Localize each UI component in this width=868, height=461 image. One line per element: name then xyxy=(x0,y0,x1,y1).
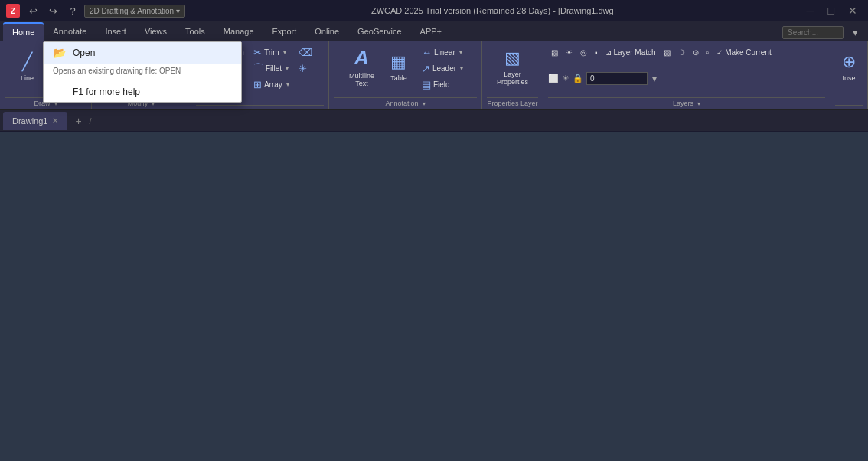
leader-icon: ↗ xyxy=(422,63,430,74)
explode-button[interactable]: ✳ xyxy=(295,60,315,76)
modify-col-3: ⌫ ✳ xyxy=(295,44,315,76)
trim-button[interactable]: ✂ Trim ▾ xyxy=(250,44,292,60)
layer-btn-icon-1: ▧ xyxy=(551,48,558,57)
layer-properties-button[interactable]: ▧ LayerProperties xyxy=(492,44,533,89)
layer-btn-icon-4: ▪ xyxy=(595,48,598,57)
trim-label: Trim xyxy=(264,48,279,57)
fillet-button[interactable]: ⌒ Fillet ▾ xyxy=(250,60,292,76)
layers-label-text: Layers xyxy=(673,100,693,107)
ribbon-group-annotation: A MultilineText ▦ Table ↔ Linear ▾ ↗ Lea… xyxy=(329,41,482,109)
layer-match-button[interactable]: ⊿ Layer Match xyxy=(602,44,659,60)
minimize-button[interactable]: ─ xyxy=(802,3,819,18)
layer-icon-3[interactable]: ◎ xyxy=(577,44,590,60)
array-button[interactable]: ⊞ Array ▾ xyxy=(250,77,292,92)
insert-button[interactable]: ⊕ Inse xyxy=(832,44,866,89)
layer-icon-4[interactable]: ▪ xyxy=(592,44,601,60)
workspace-label: 2D Drafting & Annotation xyxy=(90,7,174,15)
annotation-group-label: Annotation ▾ xyxy=(334,97,477,109)
ribbon-minimize-button[interactable]: ▾ xyxy=(847,24,863,41)
multiline-text-icon: A xyxy=(354,46,369,70)
line-button[interactable]: ╱ Line xyxy=(11,44,44,89)
layer-sun-icon: ☀ xyxy=(562,74,569,83)
undo-button[interactable]: ↩ xyxy=(24,2,41,19)
tab-export[interactable]: Export xyxy=(263,22,306,41)
new-tab-button[interactable]: + xyxy=(70,113,86,129)
annotation-dropdown-arrow[interactable]: ▾ xyxy=(423,100,426,107)
leader-arrow: ▾ xyxy=(460,65,463,72)
make-current-button[interactable]: ✓ Make Current xyxy=(713,44,775,60)
quick-access-toolbar: ↩ ↪ ? 2D Drafting & Annotation ▾ xyxy=(24,2,185,19)
workspace-selector[interactable]: 2D Drafting & Annotation ▾ xyxy=(84,5,185,18)
multiline-text-button[interactable]: A MultilineText xyxy=(344,44,379,89)
array-arrow: ▾ xyxy=(286,81,289,88)
layer-icon-6[interactable]: ☽ xyxy=(675,44,688,60)
linear-arrow: ▾ xyxy=(459,49,462,56)
layers-dropdown-arrow[interactable]: ▾ xyxy=(697,100,700,107)
ribbon-group-insert: ⊕ Inse xyxy=(830,41,868,109)
layers-group-label: Layers ▾ xyxy=(548,97,825,109)
layer-btn-icon-2: ☀ xyxy=(566,48,573,57)
layer-selector-row: ⬜ ☀ 🔒 ▾ xyxy=(548,72,657,85)
ribbon-search-area: ▾ xyxy=(782,24,868,41)
layer-btn-icon-3: ◎ xyxy=(580,48,587,57)
layers-icons-row2: ▧ ☽ ⊙ ▫ ✓ Make Current xyxy=(661,44,775,60)
fillet-icon: ⌒ xyxy=(253,61,263,75)
maximize-button[interactable]: □ xyxy=(824,3,839,18)
tab-annotate[interactable]: Annotate xyxy=(44,22,96,41)
ribbon-group-layers: ▧ ☀ ◎ ▪ ⊿ Layer Match ▧ xyxy=(543,41,830,109)
dropdown-open-description: Opens an existing drawing file: OPEN xyxy=(44,64,241,78)
open-dropdown-menu: 📂 Open Opens an existing drawing file: O… xyxy=(43,41,242,103)
layer-icon-8[interactable]: ▫ xyxy=(703,44,713,60)
dropdown-f1-label: F1 for more help xyxy=(73,87,232,97)
table-button[interactable]: ▦ Table xyxy=(382,44,416,89)
open-folder-icon: 📂 xyxy=(53,47,67,59)
layer-btn-icon-5: ▧ xyxy=(664,48,671,57)
layer-properties-icon: ▧ xyxy=(504,48,520,68)
tab-tools[interactable]: Tools xyxy=(176,22,214,41)
tab-online[interactable]: Online xyxy=(305,22,348,41)
dropdown-item-f1[interactable]: F1 for more help xyxy=(44,82,241,102)
line-label: Line xyxy=(21,74,34,82)
insert-group-label xyxy=(835,105,863,109)
tab-views[interactable]: Views xyxy=(135,22,176,41)
layer-select-arrow[interactable]: ▾ xyxy=(652,74,657,84)
title-bar-left: Z ↩ ↪ ? 2D Drafting & Annotation ▾ xyxy=(6,2,185,19)
layer-props-label-text: Properties Layer xyxy=(487,100,537,107)
layer-match-icon: ⊿ xyxy=(605,48,612,57)
dropdown-item-open[interactable]: 📂 Open xyxy=(44,42,241,64)
doc-tab-drawing1[interactable]: Drawing1 ✕ xyxy=(3,112,67,130)
modify-small-group-label xyxy=(196,105,324,109)
field-label: Field xyxy=(433,80,450,89)
redo-button[interactable]: ↪ xyxy=(44,2,61,19)
tab-insert[interactable]: Insert xyxy=(96,22,135,41)
layer-properties-label: LayerProperties xyxy=(497,70,528,86)
array-icon: ⊞ xyxy=(253,79,262,90)
layer-match-label: Layer Match xyxy=(614,48,656,57)
tab-app[interactable]: APP+ xyxy=(411,22,451,41)
layer-icon-7[interactable]: ⊙ xyxy=(690,44,702,60)
trim-icon: ✂ xyxy=(253,47,262,58)
ribbon-search-input[interactable] xyxy=(782,26,844,39)
erase-icon: ⌫ xyxy=(299,47,312,58)
layer-icon-1[interactable]: ▧ xyxy=(548,44,561,60)
tab-home[interactable]: Home xyxy=(3,22,44,41)
layer-icon-2[interactable]: ☀ xyxy=(563,44,576,60)
tab-manage[interactable]: Manage xyxy=(214,22,263,41)
line-icon: ╱ xyxy=(22,52,32,72)
ribbon-tab-bar: Home Annotate Insert Views Tools Manage … xyxy=(0,21,868,41)
close-button[interactable]: ✕ xyxy=(844,3,862,18)
erase-button[interactable]: ⌫ xyxy=(295,44,315,60)
current-layer-input[interactable] xyxy=(586,72,648,85)
leader-button[interactable]: ↗ Leader ▾ xyxy=(419,60,466,76)
doc-tab-close-button[interactable]: ✕ xyxy=(52,116,58,125)
linear-button[interactable]: ↔ Linear ▾ xyxy=(419,44,466,60)
annotation-label-text: Annotation xyxy=(385,100,418,107)
table-label: Table xyxy=(390,74,407,82)
app-icon: Z xyxy=(6,4,20,18)
tab-geoservice[interactable]: GeoService xyxy=(348,22,410,41)
layer-icon-5[interactable]: ▧ xyxy=(661,44,674,60)
insert-icon: ⊕ xyxy=(842,52,856,72)
help-button[interactable]: ? xyxy=(64,2,81,19)
field-button[interactable]: ▤ Field xyxy=(419,77,466,92)
insert-label: Inse xyxy=(842,74,855,82)
